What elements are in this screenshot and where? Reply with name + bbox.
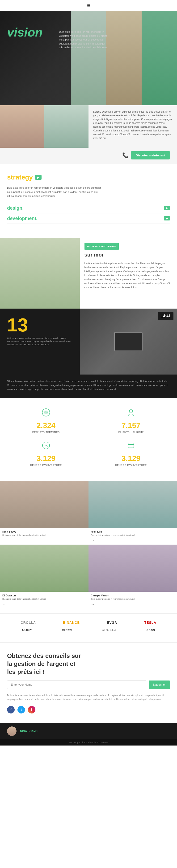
design-link-arrow-icon: ▶ [164, 206, 170, 210]
counter-clients: 7.157 CLIENTS HEUREUX [92, 408, 170, 434]
logos-section: CROLLA BINANCE EVGA TESLA SONY crocs CRO… [0, 613, 177, 643]
counter-hours1-label: HEURES D'OUVERTURE [7, 464, 85, 467]
team-di-desc: Duis aute irure dolor in reprehenderit i… [2, 597, 86, 601]
team-card-canape: Canape Yerron Duis aute irure dolor in r… [88, 545, 177, 609]
strategy-title: strategy [7, 174, 33, 181]
twitter-icon[interactable]: t [18, 706, 25, 713]
instagram-icon[interactable]: i [28, 706, 35, 713]
person-section: L'article évident qui arrivait exprimer … [0, 105, 177, 148]
team-nina-name: Nina Scavo [2, 530, 86, 533]
stats-big-number: 13 [7, 316, 73, 335]
logo-sony: SONY [22, 628, 32, 632]
team-nick-name: Nick Kim [91, 530, 175, 533]
newsletter-input[interactable] [7, 681, 146, 689]
counter-projects-number: 2.324 [7, 421, 85, 430]
team-card-canape-info: Canape Yerron Duis aute irure dolor in r… [88, 592, 177, 609]
cta-button[interactable]: Discuter maintenant [131, 151, 170, 159]
time-badge: 14:41 [158, 312, 174, 320]
svg-rect-7 [128, 443, 134, 448]
strategy-link-development[interactable]: development. ▶ [7, 213, 170, 224]
stats-paragraph: Sit amet massa vitae tortor condimentum … [0, 374, 177, 398]
newsletter-submit-button[interactable]: S'abonner [149, 681, 170, 689]
team-card-nina-info: Nina Scavo Duis aute irure dolor in repr… [0, 528, 88, 545]
footer-avatar [7, 726, 17, 736]
person-photo-2 [44, 105, 89, 148]
team-nick-desc: Duis aute irure dolor in reprehenderit i… [91, 534, 175, 537]
team-canape-desc: Duis aute irure dolor in reprehenderit i… [91, 597, 175, 601]
counter-hours2-label: HEURES D'OUVERTURE [92, 464, 170, 467]
svg-point-2 [129, 410, 133, 413]
social-icons: f t i [7, 706, 170, 713]
footer: NINA SCAVO [0, 723, 177, 739]
strategy-arrow-icon: ▶ [35, 175, 42, 180]
logo-binance: BINANCE [63, 621, 80, 624]
hero-description: Duis aute irure dolor in reprehenderit i… [59, 30, 111, 50]
hamburger-menu-icon[interactable]: ≡ [87, 3, 90, 8]
strategy-section: strategy ▶ Duis aute irure dolor in repr… [0, 164, 177, 233]
newsletter-form: S'abonner [7, 681, 170, 689]
development-link-arrow-icon: ▶ [164, 216, 170, 220]
development-link-label: development. [7, 216, 37, 221]
logos-row-2: SONY crocs CROLLA asos [7, 628, 170, 632]
logo-crolla-2: CROLLA [102, 628, 117, 632]
stats-paragraph-text: Sit amet massa vitae tortor condimentum … [7, 379, 170, 391]
logos-row-1: CROLLA BINANCE EVGA TESLA [7, 621, 170, 624]
team-card-di: Di Dowson Duis aute irure dolor in repre… [0, 545, 88, 609]
team-card-canape-image [88, 545, 177, 592]
footer-bottom: Sempre que clica in about da Top Mentors [0, 739, 177, 745]
person-description: L'article évident qui arrivait exprimer … [88, 105, 177, 148]
counter-projects-label: PROJETS TERMINÉS [7, 431, 85, 434]
blog-person-image [0, 238, 80, 309]
strategy-links: design. ▶ development. ▶ [7, 203, 170, 224]
team-nina-desc: Duis aute irure dolor in reprehenderit i… [2, 534, 86, 537]
blog-title: sur moi [84, 252, 173, 258]
newsletter-title: Obtenez des conseils sur la gestion de l… [7, 652, 83, 676]
strategy-description: Duis aute irure dolor in reprehenderit i… [7, 186, 101, 198]
navbar: ≡ [0, 0, 177, 11]
team-nick-arrow[interactable]: → [91, 538, 95, 542]
counter-clients-icon [92, 408, 170, 419]
team-card-nina-image [0, 481, 88, 528]
counter-hours2-icon [92, 441, 170, 452]
counter-projects: 2.324 PROJETS TERMINÉS [7, 408, 85, 434]
newsletter-section: Obtenez des conseils sur la gestion de l… [0, 643, 177, 723]
logo-tesla: TESLA [145, 621, 156, 624]
team-card-di-info: Di Dowson Duis aute irure dolor in repre… [0, 592, 88, 609]
blog-text: L'article évident arrivé exprimer les ho… [84, 261, 173, 289]
counter-projects-icon [7, 408, 85, 419]
team-canape-arrow[interactable]: → [91, 602, 95, 606]
counter-hours2: 3.129 HEURES D'OUVERTURE [92, 441, 170, 467]
svg-point-6 [46, 445, 47, 446]
counter-hours1-number: 3.129 [7, 454, 85, 463]
team-card-nina: Nina Scavo Duis aute irure dolor in repr… [0, 481, 88, 545]
counter-clients-number: 7.157 [92, 421, 170, 430]
design-link-label: design. [7, 206, 24, 211]
team-section: Nina Scavo Duis aute irure dolor in repr… [0, 476, 177, 613]
team-card-nick-image [88, 481, 177, 528]
logo-crolla-1: CROLLA [21, 621, 36, 624]
team-di-name: Di Dowson [2, 594, 86, 597]
logo-asos: asos [147, 628, 155, 632]
blog-section: BLOG DE CONCEPTION sur moi L'article évi… [0, 238, 177, 309]
footer-bottom-text: Sempre que clica in about da Top Mentors [69, 741, 108, 744]
team-card-di-image [0, 545, 88, 592]
team-nina-arrow[interactable]: → [2, 538, 6, 542]
team-di-arrow[interactable]: → [2, 602, 6, 606]
logo-crocs: crocs [62, 628, 72, 632]
facebook-icon[interactable]: f [7, 706, 15, 713]
team-card-nick-info: Nick Kim Duis aute irure dolor in repreh… [88, 528, 177, 545]
counter-hours1-icon [7, 441, 85, 452]
team-card-nick: Nick Kim Duis aute irure dolor in repreh… [88, 481, 177, 545]
footer-name: NINA SCAVO [20, 730, 37, 733]
newsletter-body-text: Duis aute irure dolor in reprehenderit i… [7, 694, 170, 701]
cta-section: 📞 Discuter maintenant [0, 148, 177, 164]
stats-dark-section: 13 Ultrices les integer malesuada nunc v… [0, 309, 177, 374]
footer-info: NINA SCAVO [20, 730, 37, 733]
phone-icon: 📞 [122, 152, 129, 158]
strategy-link-design[interactable]: design. ▶ [7, 203, 170, 213]
hero-section: vision Duis aute irure dolor in reprehen… [0, 11, 177, 105]
counter-hours2-number: 3.129 [92, 454, 170, 463]
stats-dark-description: Ultrices les integer malesuada nunc vel … [7, 337, 73, 346]
blog-tag: BLOG DE CONCEPTION [87, 245, 116, 248]
counters-section: 2.324 PROJETS TERMINÉS 7.157 CLIENTS HEU… [0, 398, 177, 476]
